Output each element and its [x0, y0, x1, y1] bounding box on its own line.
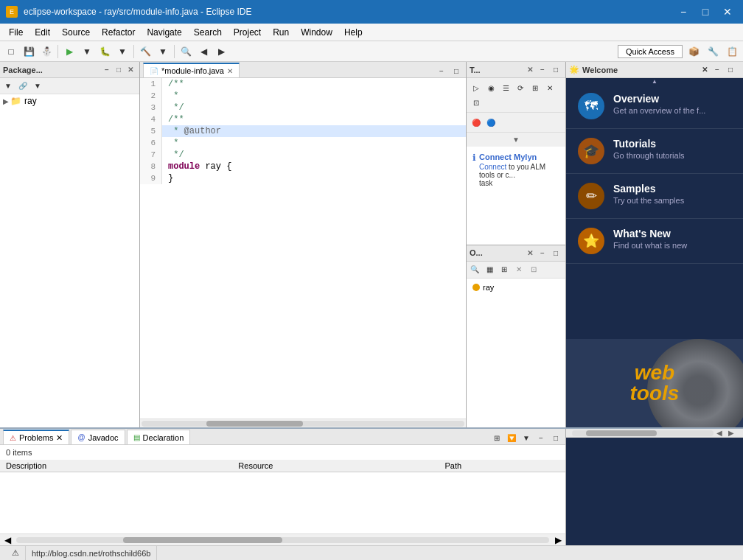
view-menu-btn[interactable]: ▼: [31, 80, 44, 93]
welcome-item-overview[interactable]: 🗺 Overview Get an overview of the f...: [566, 84, 743, 129]
link-with-editor-btn[interactable]: 🔗: [16, 80, 29, 93]
toolbar-new[interactable]: □: [3, 43, 19, 60]
menu-edit[interactable]: Edit: [29, 26, 56, 39]
editor-maximize[interactable]: □: [450, 64, 463, 77]
menu-project[interactable]: Project: [228, 26, 267, 39]
toolbar-save-all[interactable]: ⛄: [38, 43, 55, 60]
editor-tab-label: *module-info.java: [161, 66, 224, 75]
t-panel-close[interactable]: ✕: [524, 64, 536, 76]
col-path[interactable]: Path: [439, 460, 565, 472]
welcome-footer: webtools: [566, 339, 743, 427]
close-button[interactable]: ✕: [718, 2, 737, 21]
menu-refactor[interactable]: Refactor: [96, 26, 141, 39]
t-btn-7[interactable]: ⊡: [470, 96, 483, 109]
toolbar-debug[interactable]: 🐛: [97, 43, 113, 60]
menu-source[interactable]: Source: [56, 26, 96, 39]
welcome-minimize[interactable]: −: [711, 63, 724, 77]
toolbar-perspective-3[interactable]: 📋: [724, 43, 740, 60]
bottom-minimize-btn[interactable]: −: [534, 431, 548, 444]
toolbar-prev[interactable]: ◀: [195, 43, 212, 60]
t-btn-4[interactable]: ⟳: [514, 81, 527, 94]
welcome-scrollbar-track[interactable]: [572, 430, 714, 436]
bottom-filter-btn[interactable]: 🔽: [505, 431, 518, 444]
welcome-scroll-right[interactable]: ▶: [725, 429, 737, 438]
toolbar-perspective-2[interactable]: 🔧: [705, 43, 721, 60]
editor-code-area[interactable]: 1 /** 2 * 3 */ 4 /** 5 * @author: [140, 78, 466, 419]
t-btn-2[interactable]: ◉: [484, 81, 498, 94]
welcome-maximize[interactable]: □: [724, 63, 737, 77]
o-btn-1[interactable]: 🔍: [468, 263, 481, 276]
welcome-item-tutorials[interactable]: 🎓 Tutorials Go through tutorials: [566, 129, 743, 174]
code-line-3: 3 */: [140, 102, 466, 113]
problems-horizontal-scrollbar[interactable]: ◀ ▶: [0, 533, 565, 545]
editor-minimize[interactable]: −: [435, 64, 448, 77]
toolbar-search[interactable]: 🔍: [178, 43, 194, 60]
menu-run[interactable]: Run: [267, 26, 295, 39]
editor-horizontal-scrollbar[interactable]: [140, 419, 466, 427]
tree-item-label: ray: [24, 96, 37, 106]
toolbar-save[interactable]: 💾: [21, 43, 37, 60]
tree-item-ray[interactable]: ▶ 📁 ray: [0, 94, 139, 108]
package-explorer-minimize[interactable]: −: [101, 64, 113, 76]
toolbar-build[interactable]: 🔨: [137, 43, 153, 60]
t-btn-6[interactable]: ✕: [543, 81, 557, 94]
declaration-tab[interactable]: ▤ Declaration: [127, 430, 191, 444]
toolbar-perspective-1[interactable]: 📦: [686, 43, 702, 60]
outline-ray[interactable]: ray: [470, 281, 562, 293]
welcome-item-whats-new[interactable]: ⭐ What's New Find out what is new: [566, 219, 743, 264]
toolbar-debug-dropdown[interactable]: ▼: [114, 43, 130, 60]
package-explorer-header: Package... − □ ✕: [0, 62, 139, 78]
minimize-button[interactable]: −: [674, 2, 693, 21]
collapse-all-btn[interactable]: ▼: [1, 80, 15, 93]
bottom-maximize-btn[interactable]: □: [549, 431, 562, 444]
middle-row: Package... − □ ✕ ▼ 🔗 ▼ ▶ 📁 ray: [0, 62, 743, 427]
editor-tab-module-info[interactable]: 📄 *module-info.java ✕: [143, 63, 240, 77]
bottom-layout: ⚠ Problems ✕ @ Javadoc ▤ Declaration ⊞ 🔽…: [0, 427, 743, 545]
welcome-close[interactable]: ✕: [699, 64, 711, 76]
scroll-left-btn[interactable]: ◀: [0, 535, 15, 545]
samples-desc: Try out the samples: [613, 196, 731, 205]
o-panel-close[interactable]: ✕: [524, 247, 536, 259]
welcome-item-samples[interactable]: ✏ Samples Try out the samples: [566, 174, 743, 219]
problems-tab-close[interactable]: ✕: [56, 433, 63, 443]
t-btn-5[interactable]: ⊞: [529, 81, 542, 94]
scroll-right-btn[interactable]: ▶: [551, 535, 565, 545]
menu-window[interactable]: Window: [295, 26, 338, 39]
toolbar-build-dropdown[interactable]: ▼: [155, 43, 171, 60]
o-btn-2[interactable]: ▦: [483, 263, 496, 276]
bottom-toolbar-btn[interactable]: ⊞: [490, 431, 503, 444]
connect-link[interactable]: Connect: [479, 163, 506, 171]
menu-file[interactable]: File: [3, 26, 29, 39]
package-explorer-close[interactable]: ✕: [125, 64, 136, 76]
quick-access-button[interactable]: Quick Access: [618, 45, 683, 58]
javadoc-tab[interactable]: @ Javadoc: [71, 430, 125, 444]
col-resource[interactable]: Resource: [232, 460, 439, 472]
menu-navigate[interactable]: Navigate: [141, 26, 187, 39]
bottom-menu-btn[interactable]: ▼: [520, 431, 533, 444]
t-panel-maximize[interactable]: □: [549, 63, 562, 77]
maximize-button[interactable]: □: [696, 2, 715, 21]
t-btn-3[interactable]: ☰: [499, 81, 512, 94]
t-panel-expand-icon[interactable]: ▼: [512, 136, 520, 144]
o-btn-5[interactable]: ⊡: [527, 263, 540, 276]
t-btn-9[interactable]: 🔵: [484, 116, 498, 129]
col-description[interactable]: Description: [0, 460, 232, 472]
editor-tab-close[interactable]: ✕: [227, 67, 233, 75]
problems-tab[interactable]: ⚠ Problems ✕: [3, 430, 69, 444]
o-panel-maximize[interactable]: □: [549, 246, 562, 259]
o-btn-4[interactable]: ✕: [512, 263, 526, 276]
welcome-scroll-left[interactable]: ◀: [714, 429, 725, 438]
o-btn-3[interactable]: ⊞: [498, 263, 511, 276]
t-btn-8[interactable]: 🔴: [470, 116, 483, 129]
t-btn-1[interactable]: ▷: [470, 81, 483, 94]
o-panel-minimize[interactable]: −: [536, 246, 549, 259]
package-explorer-maximize[interactable]: □: [113, 64, 125, 76]
menu-help[interactable]: Help: [338, 26, 369, 39]
package-explorer-toolbar: ▼ 🔗 ▼: [0, 78, 139, 94]
folder-icon: 📁: [10, 96, 21, 106]
toolbar-run[interactable]: ▶: [61, 43, 77, 60]
menu-search[interactable]: Search: [188, 26, 228, 39]
toolbar-next[interactable]: ▶: [213, 43, 229, 60]
toolbar-run-dropdown[interactable]: ▼: [79, 43, 95, 60]
t-panel-minimize[interactable]: −: [536, 63, 549, 77]
